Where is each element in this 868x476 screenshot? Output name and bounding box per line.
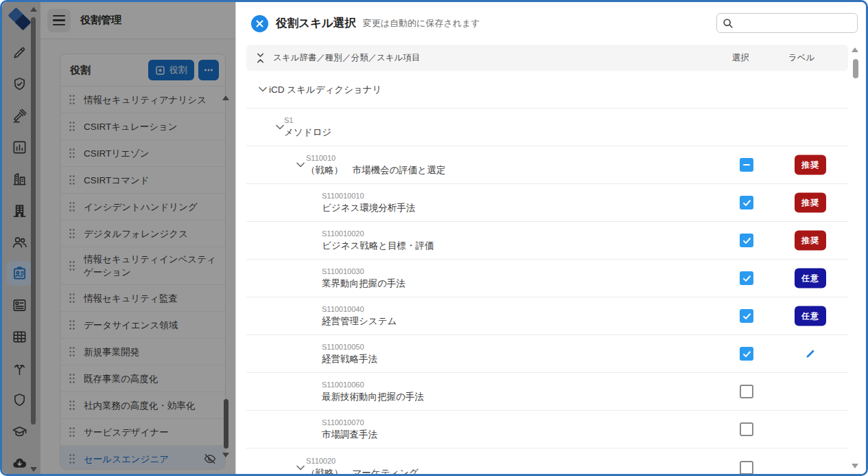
skill-table: スキル辞書／種別／分類／スキル項目 選択 ラベル iCD スキルディクショナリS… bbox=[246, 45, 848, 476]
skill-label-badge[interactable]: 推奨 bbox=[795, 155, 826, 175]
table-header-row: スキル辞書／種別／分類／スキル項目 選択 ラベル bbox=[246, 45, 848, 71]
skill-tree-row: S110010020ビジネス戦略と目標・評価推奨 bbox=[246, 222, 848, 260]
skill-code: S110010050 bbox=[322, 342, 377, 352]
dialog-header: 役割スキル選択 変更は自動的に保存されます bbox=[236, 2, 866, 45]
skill-checkbox[interactable] bbox=[740, 309, 753, 323]
skill-name: ビジネス戦略と目標・評価 bbox=[322, 239, 434, 252]
skill-tree-row: S110010050経営戦略手法 bbox=[246, 335, 848, 373]
tree-column-header: スキル辞書／種別／分類／スキル項目 bbox=[273, 52, 420, 64]
skill-code: S110010070 bbox=[322, 418, 377, 428]
select-column-header: 選択 bbox=[732, 52, 749, 64]
dialog-title: 役割スキル選択 bbox=[276, 16, 356, 31]
skill-code: S110010010 bbox=[322, 191, 415, 201]
dialog-subtitle: 変更は自動的に保存されます bbox=[363, 17, 480, 30]
skill-code: S110010 bbox=[306, 153, 445, 163]
skill-name: （戦略） 市場機会の評価と選定 bbox=[306, 163, 445, 177]
skill-tree-row: S1メソドロジ bbox=[246, 109, 848, 146]
skill-code: S110010020 bbox=[322, 229, 434, 239]
chevron-down-icon[interactable] bbox=[259, 87, 267, 92]
search-box bbox=[716, 13, 858, 33]
skill-tree-row: S110010040経営管理システム任意 bbox=[246, 297, 848, 335]
dialog-scroll-up-arrow[interactable] bbox=[852, 47, 858, 52]
skill-checkbox[interactable] bbox=[740, 271, 753, 285]
skill-code: S110020 bbox=[306, 456, 419, 466]
skill-name: （戦略） マーケティング bbox=[306, 466, 419, 476]
dialog-scrollbar-thumb[interactable] bbox=[853, 59, 858, 78]
skill-code: S110010030 bbox=[322, 267, 406, 277]
collapse-all-icon[interactable] bbox=[256, 53, 265, 63]
skill-code: S1 bbox=[284, 115, 331, 126]
skill-name: ビジネス環境分析手法 bbox=[322, 201, 415, 214]
skill-label-badge[interactable]: 任意 bbox=[795, 306, 826, 326]
skill-tree-row: S110010060最新技術動向把握の手法 bbox=[246, 373, 848, 411]
skill-code: S110010040 bbox=[322, 304, 397, 315]
skill-label-badge[interactable]: 推奨 bbox=[795, 231, 826, 251]
search-icon bbox=[723, 18, 734, 29]
chevron-down-icon[interactable] bbox=[296, 162, 305, 168]
skill-name: メソドロジ bbox=[284, 126, 331, 139]
skill-name: 経営戦略手法 bbox=[322, 352, 377, 365]
dialog-scroll-down-arrow[interactable] bbox=[852, 464, 858, 468]
close-icon[interactable] bbox=[251, 15, 268, 32]
chevron-down-icon[interactable] bbox=[296, 465, 305, 471]
skill-tree-row: iCD スキルディクショナリ bbox=[246, 71, 848, 109]
skill-tree-row: S110010（戦略） 市場機会の評価と選定推奨 bbox=[246, 146, 848, 184]
skill-tree-rows: iCD スキルディクショナリS1メソドロジS110010（戦略） 市場機会の評価… bbox=[246, 71, 848, 476]
skill-selection-dialog: 役割スキル選択 変更は自動的に保存されます スキル辞書／種別／分類／スキル項目 … bbox=[235, 2, 866, 474]
skill-checkbox[interactable] bbox=[740, 196, 753, 209]
skill-checkbox[interactable] bbox=[740, 347, 753, 361]
skill-code: S110010060 bbox=[322, 380, 424, 390]
edit-label-icon[interactable] bbox=[804, 348, 817, 360]
skill-name: iCD スキルディクショナリ bbox=[269, 83, 382, 96]
skill-checkbox[interactable] bbox=[740, 385, 753, 398]
skill-tree-row: S110010010ビジネス環境分析手法推奨 bbox=[246, 184, 848, 222]
modal-backdrop[interactable] bbox=[2, 2, 235, 474]
skill-name: 経営管理システム bbox=[322, 315, 397, 328]
skill-tree-row: S110010070市場調査手法 bbox=[246, 411, 848, 449]
search-input[interactable] bbox=[738, 18, 852, 28]
skill-checkbox[interactable] bbox=[740, 461, 753, 475]
skill-label-badge[interactable]: 任意 bbox=[795, 269, 826, 288]
skill-tree-row: S110010030業界動向把握の手法任意 bbox=[246, 260, 848, 297]
skill-name: 市場調査手法 bbox=[322, 428, 377, 441]
skill-checkbox[interactable] bbox=[740, 234, 753, 247]
label-column-header: ラベル bbox=[788, 52, 814, 64]
app-window: 役割管理 役割 役割 情報セキュリティアナリシスCSIRTキュレーションCSIR… bbox=[0, 0, 868, 476]
skill-tree-row: S110020（戦略） マーケティング bbox=[246, 449, 848, 476]
skill-checkbox[interactable] bbox=[740, 158, 753, 172]
skill-checkbox[interactable] bbox=[740, 422, 753, 436]
skill-name: 業界動向把握の手法 bbox=[322, 277, 406, 290]
skill-name: 最新技術動向把握の手法 bbox=[322, 390, 424, 403]
skill-label-badge[interactable]: 推奨 bbox=[795, 193, 826, 213]
chevron-down-icon[interactable] bbox=[276, 124, 284, 130]
